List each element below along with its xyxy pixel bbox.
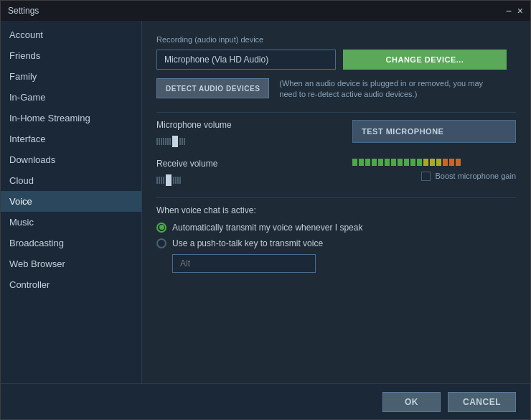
detect-row: DETECT AUDIO DEVICES (When an audio devi… (156, 78, 516, 101)
sidebar-item-account[interactable]: Account (1, 24, 141, 45)
vu-bar-5 (378, 159, 383, 166)
recv-vol-right: Boost microphone gain (352, 159, 516, 181)
tick-1 (156, 138, 158, 145)
recording-label: Recording (audio input) device (156, 35, 516, 44)
tick-7 (169, 138, 171, 145)
vu-bar-11 (417, 159, 422, 166)
minimize-button[interactable]: − (506, 6, 512, 16)
vu-bar-7 (391, 159, 396, 166)
sidebar: Account Friends Family In-Game In-Home S… (1, 21, 142, 383)
vu-bar-9 (404, 159, 409, 166)
rtick-7 (177, 177, 179, 184)
detect-note: (When an audio device is plugged in or r… (279, 78, 494, 101)
ok-button[interactable]: OK (382, 392, 441, 412)
main-area: Account Friends Family In-Game In-Home S… (1, 21, 530, 383)
rtick-4 (163, 177, 164, 184)
vu-bar-3 (365, 159, 370, 166)
close-button[interactable]: × (517, 6, 523, 16)
radio-auto-label: Automatically transmit my voice whenever… (172, 223, 362, 233)
boost-row: Boost microphone gain (421, 172, 516, 181)
tick-8 (179, 138, 181, 145)
vu-bar-16 (449, 159, 454, 166)
vu-bar-2 (359, 159, 364, 166)
sidebar-item-cloud[interactable]: Cloud (1, 170, 141, 191)
device-input[interactable] (156, 50, 336, 70)
vu-bar-13 (430, 159, 435, 166)
device-row: CHANGE DEVICE... (156, 50, 516, 70)
sidebar-item-webbrowser[interactable]: Web Browser (1, 253, 141, 274)
titlebar-controls: − × (506, 6, 523, 16)
sidebar-item-ingame[interactable]: In-Game (1, 87, 141, 108)
rtick-6 (175, 177, 177, 184)
sidebar-item-interface[interactable]: Interface (1, 129, 141, 149)
vu-bar-10 (410, 159, 415, 166)
vu-meter (352, 159, 516, 166)
radio-ptt-label: Use a push-to-talk key to transmit voice (172, 238, 323, 248)
radio-auto-transmit[interactable] (156, 223, 166, 233)
settings-window: Settings − × Account Friends Family In-G… (0, 0, 531, 420)
mic-vol-label: Microphone volume (156, 120, 352, 130)
radio-row-1[interactable]: Automatically transmit my voice whenever… (156, 223, 516, 233)
divider-2 (156, 197, 516, 198)
sidebar-item-inhomestreaming[interactable]: In-Home Streaming (1, 108, 141, 129)
footer: OK CANCEL (1, 383, 530, 419)
radio-row-2[interactable]: Use a push-to-talk key to transmit voice (156, 238, 516, 248)
voice-chat-section: When voice chat is active: Automatically… (156, 205, 516, 273)
content-area: Recording (audio input) device CHANGE DE… (142, 21, 530, 383)
sidebar-item-music[interactable]: Music (1, 212, 141, 233)
radio-push-to-talk[interactable] (156, 238, 166, 248)
keybind-input[interactable] (172, 254, 316, 273)
mic-vol-right: TEST MICROPHONE (352, 120, 516, 143)
cancel-button[interactable]: CANCEL (448, 392, 516, 412)
sidebar-item-controller[interactable]: Controller (1, 274, 141, 295)
tick-5 (165, 138, 166, 145)
rtick-5 (173, 177, 174, 184)
tick-2 (159, 138, 160, 145)
rtick-2 (159, 177, 160, 184)
detect-audio-button[interactable]: DETECT AUDIO DEVICES (156, 78, 269, 98)
divider-1 (156, 112, 516, 113)
tick-3 (161, 138, 162, 145)
tick-6 (167, 138, 169, 145)
receive-volume-section: Receive volume (156, 159, 516, 189)
recv-slider-thumb[interactable] (166, 174, 171, 186)
vu-bar-12 (423, 159, 428, 166)
vu-bar-6 (385, 159, 390, 166)
titlebar: Settings − × (1, 1, 530, 21)
voice-chat-label: When voice chat is active: (156, 205, 516, 215)
vu-bar-14 (436, 159, 441, 166)
window-title: Settings (8, 6, 39, 16)
sidebar-item-voice[interactable]: Voice (1, 191, 141, 212)
test-microphone-button[interactable]: TEST MICROPHONE (352, 120, 516, 143)
rtick-8 (179, 177, 181, 184)
recv-vol-label: Receive volume (156, 159, 352, 169)
rtick-1 (156, 177, 158, 184)
microphone-volume-section: Microphone volume (156, 120, 516, 150)
change-device-button[interactable]: CHANGE DEVICE... (343, 50, 507, 70)
recv-vol-left: Receive volume (156, 159, 352, 189)
mic-slider-thumb[interactable] (172, 136, 178, 147)
sidebar-item-friends[interactable]: Friends (1, 45, 141, 66)
boost-label: Boost microphone gain (435, 172, 516, 180)
sidebar-item-broadcasting[interactable]: Broadcasting (1, 233, 141, 253)
vu-bar-1 (352, 159, 357, 166)
sidebar-item-downloads[interactable]: Downloads (1, 149, 141, 170)
rtick-3 (161, 177, 162, 184)
tick-4 (163, 138, 164, 145)
sidebar-item-family[interactable]: Family (1, 66, 141, 87)
mic-vol-left: Microphone volume (156, 120, 352, 150)
mic-slider-track[interactable] (156, 136, 352, 147)
vu-bar-4 (372, 159, 377, 166)
tick-9 (182, 138, 183, 145)
tick-10 (184, 138, 185, 145)
vu-bar-8 (398, 159, 403, 166)
recv-slider-track[interactable] (156, 174, 352, 186)
vu-bar-15 (443, 159, 448, 166)
vu-bar-17 (456, 159, 461, 166)
boost-checkbox[interactable] (421, 172, 431, 181)
